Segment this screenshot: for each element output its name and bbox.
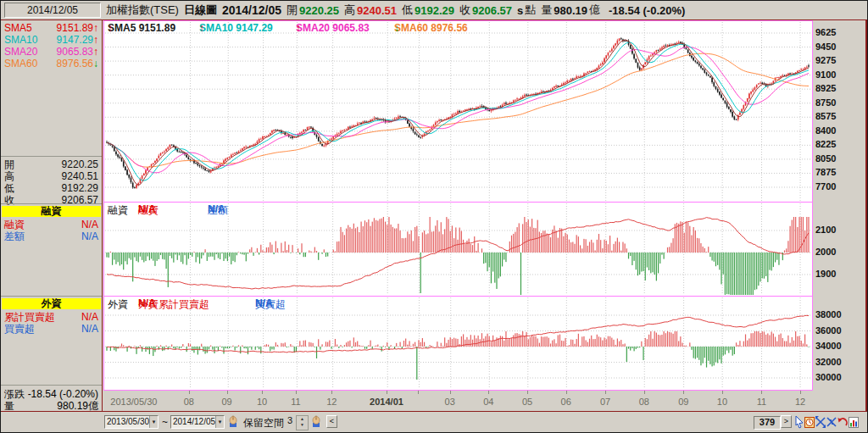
y-axis-label: 36000	[815, 325, 842, 336]
change-value: -18.54 (-0.20%)	[609, 4, 685, 17]
x-axis: 2013/05/3008091011122014/010304050607080…	[103, 391, 868, 411]
down-arrow-icon: ↓	[394, 22, 399, 34]
low-value: 9192.29	[415, 4, 454, 17]
foreign-row: 累計買賣超N/A	[1, 311, 102, 323]
change-label: 漲跌	[4, 388, 25, 400]
foreign-row: 買賣超N/A	[1, 323, 102, 335]
x-axis-label: 2013/05/30	[110, 397, 157, 407]
chart-icon[interactable]	[849, 415, 859, 429]
sidebar: SMA59151.89↑SMA109147.29↑SMA209065.83↑SM…	[1, 20, 103, 411]
sma-row: SMA209065.83↑	[1, 46, 102, 58]
ohlc-row-label: 開	[4, 158, 14, 170]
x-axis-label: 03	[445, 397, 455, 407]
foreign-chart-panel[interactable]: 外資外資累計買賣超 N/A買賣超 N/A	[103, 296, 813, 391]
up-arrow-icon: ↑	[93, 34, 98, 46]
x-axis-label: 08	[184, 397, 194, 407]
x-axis-tick	[527, 391, 528, 394]
scroll-right-button[interactable]: >	[781, 415, 792, 428]
from-date-select[interactable]: 2013/05/30 ▼	[104, 415, 159, 429]
x-axis-label: 11	[291, 397, 300, 407]
x-axis-label: 10	[717, 397, 727, 407]
close-label: 收	[459, 3, 470, 18]
x-axis-label: 12	[326, 397, 337, 407]
sma-row: SMA109147.29↑	[1, 34, 102, 46]
undo-icon[interactable]	[837, 415, 848, 429]
hand-icon[interactable]	[311, 415, 321, 429]
header-date: 2014/12/05	[222, 3, 281, 17]
clock-icon[interactable]	[804, 415, 815, 429]
x-axis-label: 08	[639, 397, 649, 407]
chevron-down-icon[interactable]: ▼	[215, 416, 224, 428]
close-value: 9206.57	[472, 4, 512, 17]
margin-row: 融資N/A	[1, 219, 102, 230]
margin-row-value: N/A	[81, 230, 98, 242]
margin-row-value: N/A	[81, 219, 98, 230]
x-axis-label: 04	[483, 397, 493, 407]
x-axis-tick	[761, 391, 762, 394]
x-axis-label: 05	[522, 397, 532, 407]
chevron-down-icon[interactable]: ▼	[149, 416, 158, 428]
sma-row-value: 9151.89↑	[57, 22, 98, 34]
open-label: 開	[287, 3, 298, 18]
margin-section-header: 融資	[2, 206, 101, 217]
y-axis-label: 38000	[815, 309, 842, 319]
margin-row: 差額N/A	[1, 230, 102, 242]
app-window: 2014/12/05 加權指數(TSE) 日線圖 2014/12/05 開 92…	[0, 0, 868, 433]
close-suffix: s	[517, 4, 523, 17]
y-axis-label: 30000	[815, 372, 842, 382]
x-axis-tick	[189, 391, 190, 394]
y-axis-label: 9450	[815, 42, 836, 52]
ohlc-row-label: 高	[4, 170, 14, 182]
expand-icon[interactable]	[815, 415, 826, 429]
x-axis-label: 10	[257, 397, 267, 407]
y-axis-label: 9625	[815, 27, 836, 37]
x-axis-tick	[296, 391, 297, 394]
x-axis-tick	[488, 391, 489, 394]
period-label: 日線圖	[184, 3, 217, 18]
x-axis-tick	[450, 391, 451, 394]
volume-row: 量 980.19億	[1, 400, 102, 412]
price-chart-panel[interactable]: SMA5 9151.89↑SMA10 9147.29↑SMA20 9065.83…	[103, 20, 813, 203]
x-axis-tick	[566, 391, 567, 394]
sma-row-value: 9147.29↑	[57, 34, 98, 46]
volume-value: 980.19億	[57, 400, 98, 412]
foreign-section-header: 外資	[2, 298, 101, 309]
x-axis-tick	[683, 391, 684, 394]
pointer-icon[interactable]	[794, 415, 804, 429]
x-axis-tick	[262, 391, 263, 394]
high-label: 高	[344, 3, 355, 18]
x-axis-tick	[331, 391, 332, 394]
x-axis-label: 06	[561, 397, 571, 407]
foreign-row-label: 買賣超	[4, 323, 35, 335]
panel-title: 外資	[108, 297, 128, 312]
sma-row: SMA59151.89↑	[1, 22, 102, 34]
y-axis-label: 7875	[815, 167, 836, 177]
y-axis-label: 8050	[815, 153, 836, 164]
up-arrow-icon: ↑	[93, 46, 98, 58]
page-title: 加權指數(TSE)	[106, 3, 179, 18]
x-axis-tick	[418, 391, 419, 394]
sidebar-margin-section: 融資 融資N/A差額N/A	[1, 203, 102, 242]
bar-count: 379	[754, 416, 781, 430]
y-axis-label: 8400	[815, 125, 836, 136]
sidebar-summary-section: 漲跌 -18.54 (-0.20%) 量 980.19億	[1, 385, 102, 412]
from-date-value: 2013/05/30	[105, 416, 149, 428]
to-date-select[interactable]: 2014/12/05 ▼	[170, 415, 225, 429]
x-axis-label: 12	[795, 397, 805, 407]
sidebar-foreign-section: 外資 累計買賣超N/A買賣超N/A	[1, 296, 102, 335]
sma-row-value: 9065.83↑	[57, 46, 98, 58]
x-axis-label: 2014/01	[370, 397, 403, 407]
x-axis-tick	[800, 391, 801, 394]
up-arrow-icon: ↑	[108, 22, 113, 34]
x-axis-label: 09	[678, 397, 688, 407]
up-arrow-icon: ↑	[296, 22, 301, 34]
foreign-row-value: N/A	[81, 323, 98, 335]
hand-icon[interactable]	[228, 415, 238, 429]
reserve-space-stepper[interactable]: ▲▼	[296, 415, 309, 430]
margin-chart-panel[interactable]: 融資融資 N/A差額 N/A	[103, 202, 813, 297]
scroll-left-button[interactable]: <	[326, 415, 337, 428]
y-axis-label: 2100	[815, 225, 836, 235]
point-label: 點	[525, 3, 536, 18]
shrink-icon[interactable]	[826, 415, 837, 429]
x-axis-tick	[605, 391, 606, 394]
